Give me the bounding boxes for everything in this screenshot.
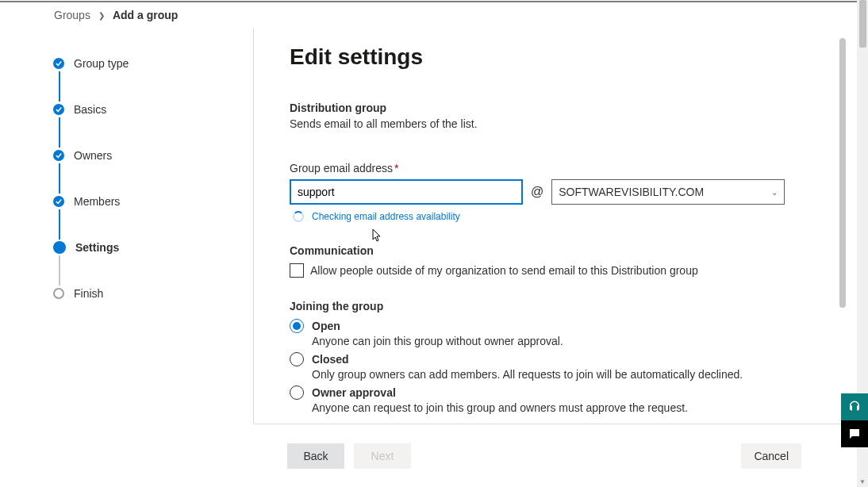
cancel-button[interactable]: Cancel bbox=[741, 443, 801, 469]
domain-select[interactable]: SOFTWAREVISIBILITY.COM ⌄ bbox=[551, 179, 785, 205]
scroll-thumb[interactable] bbox=[859, 0, 866, 48]
step-label: Owners bbox=[74, 149, 112, 162]
feedback-chat-button[interactable] bbox=[841, 420, 868, 447]
radio-open-desc: Anyone can join this group without owner… bbox=[312, 335, 833, 347]
step-label: Finish bbox=[74, 287, 103, 300]
radio-open-label[interactable]: Open bbox=[312, 320, 340, 332]
step-label: Settings bbox=[75, 241, 119, 254]
step-connector bbox=[59, 209, 60, 240]
check-icon bbox=[53, 196, 64, 207]
radio-selected-dot bbox=[293, 322, 301, 330]
group-email-input[interactable] bbox=[290, 179, 523, 205]
step-settings[interactable]: Settings bbox=[53, 241, 253, 254]
radio-open[interactable] bbox=[290, 319, 304, 333]
step-label: Members bbox=[74, 195, 120, 208]
check-icon bbox=[53, 58, 64, 69]
radio-closed[interactable] bbox=[290, 352, 304, 366]
floating-help-buttons bbox=[841, 393, 868, 447]
checking-text: Checking email address availability bbox=[312, 211, 460, 222]
step-group-type[interactable]: Group type bbox=[53, 57, 253, 70]
step-members[interactable]: Members bbox=[53, 195, 253, 208]
step-connector bbox=[59, 71, 60, 102]
required-asterisk: * bbox=[394, 162, 398, 174]
allow-external-checkbox[interactable] bbox=[290, 263, 304, 278]
step-label: Group type bbox=[74, 57, 129, 70]
communication-heading: Communication bbox=[290, 244, 833, 257]
next-button: Next bbox=[354, 443, 411, 469]
step-connector bbox=[59, 163, 60, 194]
joining-heading: Joining the group bbox=[290, 300, 833, 313]
page-title: Edit settings bbox=[290, 44, 833, 70]
step-finish: Finish bbox=[53, 287, 253, 300]
content-scrollbar[interactable] bbox=[839, 38, 846, 308]
headset-icon bbox=[847, 400, 862, 414]
allow-external-label[interactable]: Allow people outside of my organization … bbox=[310, 264, 698, 277]
check-icon bbox=[53, 150, 64, 161]
back-button[interactable]: Back bbox=[287, 443, 344, 469]
content-panel: Edit settings Distribution group Sends e… bbox=[290, 29, 857, 424]
panel-top-border bbox=[0, 1, 857, 2]
group-type-heading: Distribution group bbox=[290, 102, 833, 114]
check-icon bbox=[53, 104, 64, 115]
wizard-steps-sidebar: Group type Basics Owners Members Set bbox=[24, 29, 254, 424]
pending-step-icon bbox=[53, 288, 64, 299]
chevron-down-icon: ⌄ bbox=[771, 188, 778, 197]
radio-owner-approval-desc: Anyone can request to join this group an… bbox=[312, 401, 833, 414]
domain-select-value: SOFTWAREVISIBILITY.COM bbox=[559, 186, 704, 198]
radio-owner-approval[interactable] bbox=[290, 385, 304, 400]
current-step-icon bbox=[53, 241, 66, 254]
breadcrumb-parent[interactable]: Groups bbox=[54, 9, 90, 21]
group-type-description: Sends email to all members of the list. bbox=[290, 117, 833, 130]
breadcrumb: Groups ❯ Add a group bbox=[54, 9, 178, 21]
chat-icon bbox=[847, 427, 862, 441]
radio-owner-approval-label[interactable]: Owner approval bbox=[312, 386, 396, 399]
radio-closed-label[interactable]: Closed bbox=[312, 353, 349, 366]
checking-availability-status: Checking email address availability bbox=[293, 211, 833, 222]
step-basics[interactable]: Basics bbox=[53, 103, 253, 116]
breadcrumb-current: Add a group bbox=[113, 9, 178, 21]
step-connector bbox=[59, 117, 60, 148]
at-sign: @ bbox=[531, 185, 543, 199]
scroll-down-icon[interactable]: ▼ bbox=[857, 476, 868, 487]
support-headset-button[interactable] bbox=[841, 393, 868, 420]
step-label: Basics bbox=[74, 103, 106, 116]
chevron-right-icon: ❯ bbox=[98, 11, 105, 20]
step-owners[interactable]: Owners bbox=[53, 149, 253, 162]
step-connector bbox=[59, 255, 60, 286]
spinner-icon bbox=[293, 211, 304, 222]
email-label: Group email address* bbox=[290, 162, 833, 174]
radio-closed-desc: Only group owners can add members. All r… bbox=[312, 368, 833, 381]
footer-bar: Back Next Cancel bbox=[254, 424, 857, 487]
